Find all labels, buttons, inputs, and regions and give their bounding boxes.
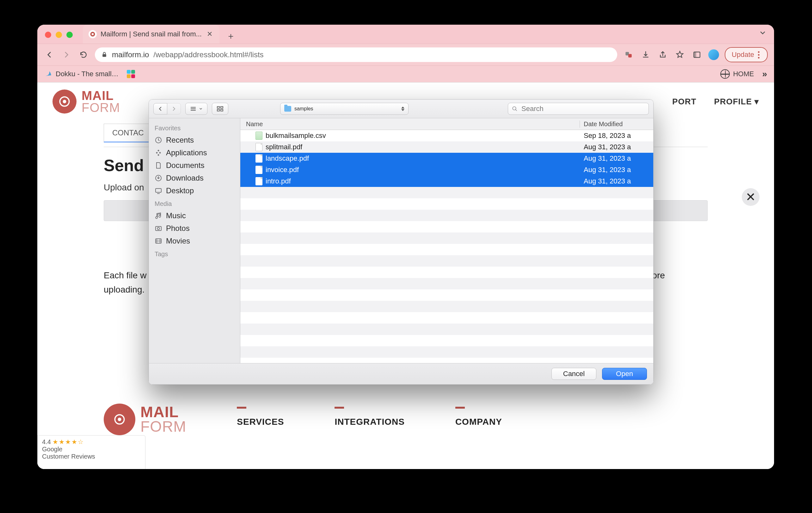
window-controls: [37, 32, 80, 44]
file-date: Aug 31, 2023 a: [580, 154, 653, 163]
new-tab-button[interactable]: ＋: [225, 30, 237, 42]
search-icon: [512, 106, 518, 112]
search-input[interactable]: [521, 104, 645, 113]
browser-tab[interactable]: Mailform | Send snail mail from... ✕: [83, 25, 220, 44]
group-button[interactable]: [212, 103, 228, 115]
address-bar[interactable]: mailform.io/webapp/addressbook.html#/lis…: [95, 48, 617, 62]
dialog-search[interactable]: [508, 103, 649, 115]
sidebar-item-recents[interactable]: Recents: [149, 134, 240, 146]
tabs-overflow-icon[interactable]: [759, 29, 766, 37]
browser-toolbar: mailform.io/webapp/addressbook.html#/lis…: [37, 44, 774, 66]
nav-support[interactable]: PORT: [672, 97, 696, 107]
nav-segment: [153, 103, 181, 114]
download-icon[interactable]: [640, 49, 651, 60]
file-row[interactable]: invoice.pdfAug 31, 2023 a: [240, 164, 653, 175]
reload-button[interactable]: [78, 49, 89, 60]
file-columns-header: Name Date Modified: [240, 118, 653, 130]
brand-line1: MAIL: [82, 89, 120, 102]
file-row[interactable]: intro.pdfAug 31, 2023 a: [240, 175, 653, 187]
dialog-back-button[interactable]: [153, 103, 167, 114]
globe-icon: [720, 69, 730, 79]
sidebar-item-desktop[interactable]: Desktop: [149, 184, 240, 197]
tab-close-icon[interactable]: ✕: [206, 30, 214, 38]
bookmark-slack[interactable]: [127, 70, 135, 78]
lock-icon: [101, 52, 108, 58]
file-row[interactable]: bulkmailsample.csvSep 18, 2023 a: [240, 130, 653, 141]
traffic-close-icon[interactable]: [45, 32, 51, 38]
svg-rect-5: [694, 52, 696, 57]
forward-button[interactable]: [61, 49, 72, 60]
col-date[interactable]: Date Modified: [580, 120, 653, 128]
pdf-file-icon: [256, 177, 262, 186]
sidebar-item-applications[interactable]: Applications: [149, 146, 240, 159]
google-reviews-badge[interactable]: 4.4 ★★★★☆ Google Customer Reviews: [37, 435, 145, 469]
back-button[interactable]: [44, 49, 55, 60]
bookmark-star-icon[interactable]: [674, 49, 686, 60]
close-panel-button[interactable]: ✕: [742, 188, 759, 206]
brand-line2: FORM: [140, 419, 186, 434]
share-icon[interactable]: [657, 49, 668, 60]
pdf-file-icon: [256, 143, 262, 151]
brand-text: MAIL FORM: [82, 89, 120, 114]
svg-rect-12: [217, 109, 220, 111]
profile-avatar-icon[interactable]: [708, 49, 719, 60]
rating-value: 4.4: [42, 438, 51, 445]
file-date: Aug 31, 2023 a: [580, 143, 653, 151]
tab-title: Mailform | Send snail mail from...: [100, 30, 202, 38]
bookmark-dokku[interactable]: Dokku - The small…: [44, 70, 119, 78]
sidebar-item-music[interactable]: Music: [149, 209, 240, 222]
dialog-forward-button[interactable]: [167, 103, 181, 114]
view-mode-button[interactable]: [185, 103, 207, 115]
url-host: mailform.io: [112, 50, 149, 59]
svg-rect-3: [628, 54, 632, 58]
slack-icon: [127, 70, 135, 78]
bookmark-label: Dokku - The small…: [56, 70, 119, 78]
col-name[interactable]: Name: [240, 120, 580, 128]
update-label: Update: [732, 51, 754, 59]
accent-rule: [335, 407, 344, 409]
traffic-minimize-icon[interactable]: [56, 32, 62, 38]
brand-line2: FORM: [82, 102, 120, 114]
sidebar-header-tags: Tags: [149, 247, 240, 260]
nav-profile[interactable]: PROFILE ▾: [714, 97, 759, 107]
cancel-button[interactable]: Cancel: [551, 368, 596, 380]
svg-rect-10: [217, 107, 220, 108]
svg-point-19: [157, 227, 160, 230]
translate-icon[interactable]: [623, 49, 634, 60]
svg-point-7: [63, 100, 66, 104]
footer-col-company: COMPANY: [455, 394, 502, 469]
sidebar-item-movies[interactable]: Movies: [149, 235, 240, 247]
brand-logo[interactable]: MAIL FORM: [53, 89, 120, 114]
file-row[interactable]: splitmail.pdfAug 31, 2023 a: [240, 141, 653, 153]
sidebar-item-photos[interactable]: Photos: [149, 222, 240, 235]
tab-contacts[interactable]: CONTAC: [104, 124, 152, 142]
chevron-down-icon: ▾: [754, 97, 759, 107]
sidebar-item-documents[interactable]: Documents: [149, 159, 240, 172]
accent-rule: [455, 407, 465, 409]
file-open-dialog: samples Favorites Recents Applications: [149, 99, 654, 384]
reviews-line2: Customer Reviews: [42, 453, 141, 460]
dialog-sidebar: Favorites Recents Applications Documents…: [149, 118, 240, 363]
file-name: landscape.pdf: [266, 154, 309, 163]
open-button[interactable]: Open: [602, 368, 647, 380]
updown-icon: [401, 107, 404, 111]
star-icon: ★★★★☆: [53, 438, 84, 445]
accent-rule: [237, 407, 246, 409]
svg-rect-1: [103, 54, 106, 57]
footer-col-integrations: INTEGRATIONS: [335, 394, 404, 469]
folder-dropdown[interactable]: samples: [280, 103, 409, 115]
folder-icon: [284, 106, 291, 112]
page-footer: MAIL FORM SERVICES INTEGRATIONS COMPANY: [37, 394, 774, 469]
file-row[interactable]: landscape.pdfAug 31, 2023 a: [240, 153, 653, 164]
bookmark-home[interactable]: HOME: [720, 69, 754, 79]
dokku-icon: [44, 70, 53, 78]
update-button[interactable]: Update: [725, 47, 768, 62]
browser-window: Mailform | Send snail mail from... ✕ ＋ m…: [37, 25, 774, 469]
sidepanel-icon[interactable]: [691, 49, 703, 60]
bookmarks-overflow-icon[interactable]: »: [762, 69, 767, 79]
sidebar-header-favorites: Favorites: [149, 121, 240, 134]
traffic-zoom-icon[interactable]: [66, 32, 73, 38]
file-name: intro.pdf: [266, 177, 291, 186]
svg-point-9: [118, 418, 121, 421]
sidebar-item-downloads[interactable]: Downloads: [149, 172, 240, 184]
